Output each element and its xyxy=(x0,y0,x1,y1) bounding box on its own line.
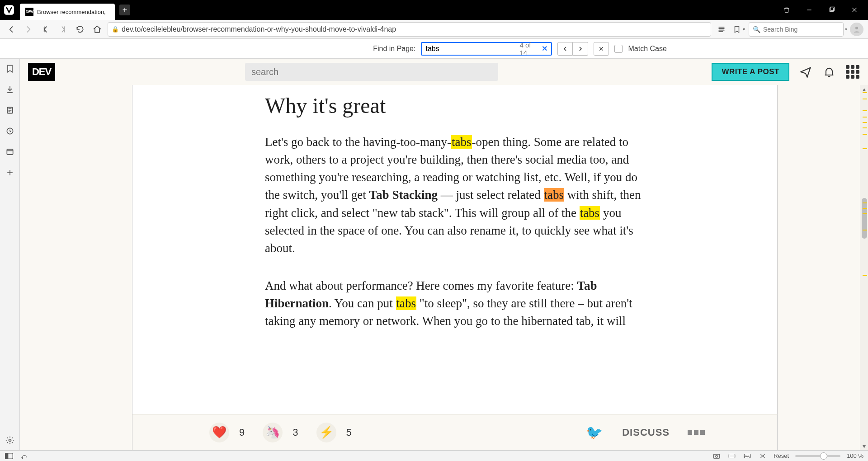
panel-notes-icon[interactable] xyxy=(5,105,15,116)
find-label: Find in Page: xyxy=(373,45,415,53)
sync-icon[interactable] xyxy=(20,452,29,460)
scroll-down-icon[interactable]: ▾ xyxy=(860,442,868,450)
window-minimize-button[interactable] xyxy=(799,2,819,18)
svg-rect-9 xyxy=(5,453,8,459)
site-header: DEV WRITE A POST xyxy=(20,59,868,85)
site-search-input[interactable] xyxy=(251,67,492,77)
images-toggle-icon[interactable] xyxy=(743,452,752,460)
search-engine-dropdown-icon[interactable]: ▾ xyxy=(845,27,847,32)
reader-mode-icon[interactable] xyxy=(715,23,728,36)
match-case-label: Match Case xyxy=(628,45,666,53)
unicorn-count: 3 xyxy=(292,427,298,438)
twitter-icon: 🐦 xyxy=(584,423,604,442)
panel-bookmarks-icon[interactable] xyxy=(5,63,15,74)
tab-favicon-icon: DEV xyxy=(25,8,33,16)
find-close-button[interactable]: ✕ xyxy=(594,42,609,56)
browser-navbar: 🔒 dev.to/cecilelebleu/browser-recommenda… xyxy=(0,20,868,39)
svg-rect-2 xyxy=(830,7,834,10)
lock-icon: 🔒 xyxy=(112,26,119,33)
site-search[interactable] xyxy=(245,63,498,81)
find-input[interactable] xyxy=(425,45,516,53)
reaction-bolt[interactable]: ⚡ 5 xyxy=(316,423,352,442)
search-engine-input[interactable] xyxy=(763,26,842,33)
zoom-reset-button[interactable]: Reset xyxy=(774,452,789,459)
fastforward-button[interactable] xyxy=(56,23,70,36)
notifications-icon[interactable] xyxy=(822,65,836,79)
status-bar: Reset 100 % xyxy=(0,450,868,461)
reaction-bar: ❤️ 9 🦄 3 ⚡ 5 🐦 DISCUSS xyxy=(132,414,778,450)
window-titlebar: DEV Browser recommendation, + xyxy=(0,0,868,20)
find-clear-button[interactable]: ✕ xyxy=(542,44,547,53)
write-post-button[interactable]: WRITE A POST xyxy=(712,63,789,81)
url-bar[interactable]: 🔒 dev.to/cecilelebleu/browser-recommenda… xyxy=(108,22,711,37)
new-tab-button[interactable]: + xyxy=(119,5,130,15)
find-highlight: tabs xyxy=(580,206,600,220)
svg-point-7 xyxy=(9,439,11,442)
heart-icon: ❤️ xyxy=(209,423,229,442)
zoom-level: 100 % xyxy=(847,452,863,459)
tiling-icon[interactable] xyxy=(727,452,736,460)
reaction-unicorn[interactable]: 🦄 3 xyxy=(263,423,298,442)
find-in-page-bar: Find in Page: 4 of 14 ✕ ✕ Match Case xyxy=(0,39,868,59)
side-panel xyxy=(0,59,20,450)
unicorn-icon: 🦄 xyxy=(263,423,283,442)
heart-count: 9 xyxy=(239,427,245,438)
panel-downloads-icon[interactable] xyxy=(5,84,15,95)
browser-tab[interactable]: DEV Browser recommendation, xyxy=(20,4,115,20)
discuss-button[interactable]: DISCUSS xyxy=(622,427,670,438)
search-icon: 🔍 xyxy=(753,26,760,33)
share-twitter[interactable]: 🐦 xyxy=(584,423,604,442)
reload-button[interactable] xyxy=(73,23,87,36)
dev-logo[interactable]: DEV xyxy=(28,63,55,81)
scrollbar-thumb[interactable] xyxy=(862,198,867,239)
back-button[interactable] xyxy=(5,23,18,36)
panel-settings-icon[interactable] xyxy=(5,435,15,446)
rewind-button[interactable] xyxy=(39,23,52,36)
page-actions-icon[interactable] xyxy=(758,452,767,460)
find-highlight: tabs xyxy=(451,135,472,149)
search-engine-box[interactable]: 🔍 ▾ xyxy=(749,22,844,37)
panel-add-icon[interactable] xyxy=(5,167,15,178)
vivaldi-logo-icon[interactable] xyxy=(0,0,18,20)
article: Why it's great Let's go back to the havi… xyxy=(260,85,649,414)
svg-point-3 xyxy=(855,27,858,29)
find-highlight: tabs xyxy=(396,296,417,310)
svg-rect-1 xyxy=(830,8,833,11)
match-case-checkbox[interactable] xyxy=(614,45,623,53)
bolt-icon: ⚡ xyxy=(316,423,336,442)
find-next-button[interactable] xyxy=(573,42,588,56)
connect-icon[interactable] xyxy=(798,65,813,79)
zoom-slider[interactable] xyxy=(795,455,840,457)
find-count: 4 of 14 xyxy=(519,41,538,56)
panel-window-icon[interactable] xyxy=(5,146,15,157)
menu-grid-icon[interactable] xyxy=(845,65,860,79)
forward-button[interactable] xyxy=(22,23,35,36)
more-options-icon[interactable] xyxy=(688,430,705,435)
home-button[interactable] xyxy=(90,23,104,36)
find-input-wrapper: 4 of 14 ✕ xyxy=(421,42,552,56)
find-prev-button[interactable] xyxy=(557,42,573,56)
panel-history-icon[interactable] xyxy=(5,126,15,136)
capture-icon[interactable] xyxy=(712,452,721,460)
article-paragraph-2: And what about performance? Here comes m… xyxy=(265,277,645,330)
zoom-slider-knob[interactable] xyxy=(820,452,827,460)
svg-rect-6 xyxy=(7,149,13,155)
trash-icon[interactable] xyxy=(777,2,797,18)
scrollbar[interactable]: ▴ ▾ xyxy=(860,85,868,450)
reaction-heart[interactable]: ❤️ 9 xyxy=(209,423,245,442)
bolt-count: 5 xyxy=(346,427,352,438)
article-paragraph-1: Let's go back to the having-too-many-tab… xyxy=(265,133,645,257)
tab-title: Browser recommendation, xyxy=(37,9,106,15)
page-viewport: DEV WRITE A POST Why it's great Let's go… xyxy=(20,59,868,450)
url-text: dev.to/cecilelebleu/browser-recommendati… xyxy=(122,25,707,33)
window-maximize-button[interactable] xyxy=(822,2,842,18)
profile-avatar-icon[interactable] xyxy=(850,23,863,36)
bookmark-dropdown-icon[interactable]: ▾ xyxy=(743,27,745,32)
window-close-button[interactable] xyxy=(844,2,864,18)
panel-toggle-icon[interactable] xyxy=(5,452,14,460)
svg-point-11 xyxy=(716,455,718,457)
bookmark-icon[interactable] xyxy=(732,24,742,34)
workspace: DEV WRITE A POST Why it's great Let's go… xyxy=(0,59,868,450)
article-heading: Why it's great xyxy=(265,93,645,118)
svg-rect-10 xyxy=(713,454,720,458)
